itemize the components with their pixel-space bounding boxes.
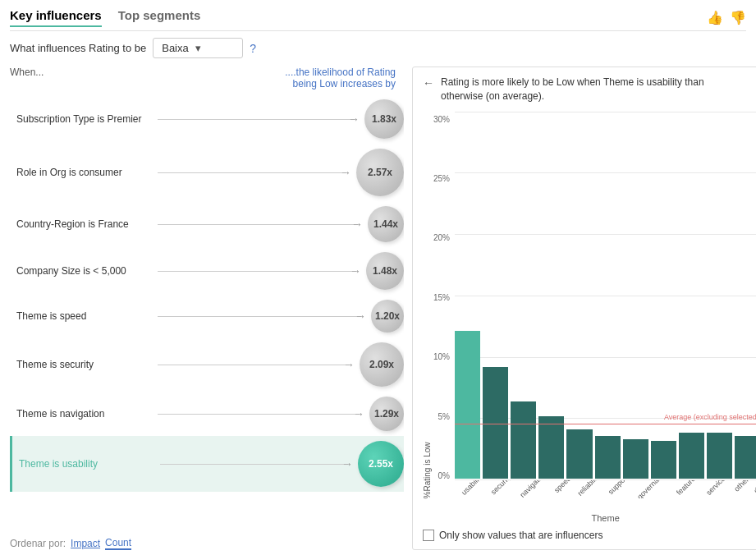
sort-bar: Ordenar por: Impact Count (10, 537, 404, 550)
influencer-label: Theme is navigation (10, 408, 158, 420)
influencer-row[interactable]: Role in Org is consumer2.57x (10, 144, 404, 201)
influencer-line (158, 271, 356, 272)
bar-item (707, 331, 732, 479)
influencer-row[interactable]: Company Size is < 5,0001.48x (10, 247, 404, 295)
bar-item (538, 331, 564, 479)
influencer-row[interactable]: Theme is speed1.20x (10, 295, 404, 337)
influencer-row[interactable]: Subscription Type is Premier1.83x (10, 94, 404, 144)
chevron-down-icon: ▾ (195, 42, 201, 54)
bar[interactable] (735, 436, 756, 479)
tab-key-influencers[interactable]: Key influencers (10, 8, 102, 27)
bar[interactable] (595, 436, 621, 479)
y-tick: 20% (433, 233, 450, 242)
influencer-line (158, 224, 358, 225)
right-panel-title: Rating is more likely to be Low when The… (441, 76, 712, 103)
influencer-line (158, 414, 360, 415)
x-axis-label: services (703, 480, 735, 498)
influencer-bubble: 1.48x (366, 252, 404, 290)
influencer-line (158, 316, 361, 317)
col-header-likelihood: ....the likelihood of Rating being Low i… (264, 67, 396, 89)
influencer-bubble: 2.09x (360, 342, 404, 387)
bar-item (595, 331, 621, 479)
influencer-label: Theme is usability (12, 458, 160, 470)
influencer-bubble: 1.29x (369, 397, 404, 431)
chart-area: %Rating is Low 30%25%20%15%10%5%0% Avera… (423, 112, 756, 541)
help-icon[interactable]: ? (250, 42, 256, 55)
influencer-bubble: 2.55x (358, 441, 404, 487)
tab-top-segments[interactable]: Top segments (118, 8, 201, 27)
bar-item (735, 331, 756, 479)
bar-item (511, 331, 536, 479)
bar[interactable] (538, 416, 564, 479)
right-panel-header: ← Rating is more likely to be Low when T… (423, 76, 756, 103)
bar[interactable] (511, 401, 536, 479)
influencer-label: Company Size is < 5,000 (10, 265, 158, 277)
bar[interactable] (483, 367, 508, 479)
chart-inner: %Rating is Low 30%25%20%15%10%5%0% Avera… (423, 112, 756, 498)
thumbs-up-icon[interactable]: 👍 (707, 10, 723, 25)
y-tick: 25% (433, 174, 450, 183)
bar-item (566, 331, 592, 479)
influencer-line (158, 365, 350, 365)
sort-impact[interactable]: Impact (71, 538, 100, 549)
influencer-bubble: 1.44x (368, 206, 404, 242)
header-actions: 👍 👎 (707, 10, 746, 25)
influencer-bubble: 2.57x (356, 149, 404, 196)
filter-bar: What influences Rating to be Baixa ▾ ? (10, 38, 746, 58)
influencers-only-checkbox[interactable] (423, 530, 434, 541)
influencer-row[interactable]: Theme is navigation1.29x (10, 392, 404, 436)
col-header-when: When... (10, 67, 44, 89)
bar-highlight[interactable] (455, 331, 480, 479)
influencer-label: Country-Region is France (10, 218, 158, 230)
left-panel: When... ....the likelihood of Rating bei… (10, 67, 404, 550)
bar[interactable] (707, 433, 732, 479)
x-axis-label: reliability (575, 480, 607, 498)
influencer-bubble: 1.83x (364, 99, 404, 139)
y-tick: 10% (433, 352, 450, 361)
column-headers: When... ....the likelihood of Rating bei… (10, 67, 404, 89)
app-container: Key influencers Top segments 👍 👎 What in… (0, 0, 756, 555)
bar-item (623, 331, 648, 479)
influencer-line (158, 119, 355, 120)
bar[interactable] (651, 441, 676, 479)
thumbs-down-icon[interactable]: 👎 (730, 10, 746, 25)
y-tick: 15% (433, 293, 450, 302)
y-tick: 30% (433, 115, 450, 124)
x-axis-title: Theme (423, 513, 756, 523)
tab-bar: Key influencers Top segments (10, 8, 200, 27)
y-axis-label: %Rating is Low (423, 112, 432, 498)
sort-count[interactable]: Count (105, 537, 131, 550)
main-content: When... ....the likelihood of Rating bei… (10, 67, 746, 550)
x-axis-label: support (606, 480, 636, 498)
bar-item (651, 331, 676, 479)
bar-item (679, 331, 704, 479)
x-axis-label: governance (635, 480, 675, 498)
y-tick: 5% (438, 412, 450, 421)
influencer-label: Role in Org is consumer (10, 167, 158, 178)
x-axis-label: features (674, 480, 706, 498)
x-axis-label: security (488, 480, 518, 498)
filter-value: Baixa (162, 42, 189, 54)
bar[interactable] (623, 439, 648, 479)
influencer-line (158, 172, 346, 173)
influencer-line (160, 464, 348, 465)
y-axis: 30%25%20%15%10%5%0% (433, 112, 455, 498)
influencer-label: Subscription Type is Premier (10, 113, 158, 125)
influencer-row[interactable]: Country-Region is France1.44x (10, 201, 404, 247)
influencer-row[interactable]: Theme is usability2.55x (10, 436, 404, 492)
checkbox-row: Only show values that are influencers (423, 530, 756, 541)
bars-container: Average (excluding selected): 11.35%usab… (455, 112, 756, 498)
bars-row (455, 112, 756, 479)
back-arrow-icon[interactable]: ← (423, 76, 434, 89)
influencer-row[interactable]: Theme is security2.09x (10, 337, 404, 392)
x-axis-label: speed (551, 480, 578, 498)
bar-item (483, 331, 508, 479)
influencer-bubble: 1.20x (371, 300, 404, 333)
filter-dropdown[interactable]: Baixa ▾ (153, 38, 243, 58)
bar[interactable] (679, 433, 704, 479)
bar-item (455, 331, 480, 479)
bar[interactable] (566, 429, 592, 479)
influencer-label: Theme is speed (10, 310, 158, 322)
x-axis-label: usability (459, 480, 491, 498)
sort-label: Ordenar por: (10, 538, 66, 549)
